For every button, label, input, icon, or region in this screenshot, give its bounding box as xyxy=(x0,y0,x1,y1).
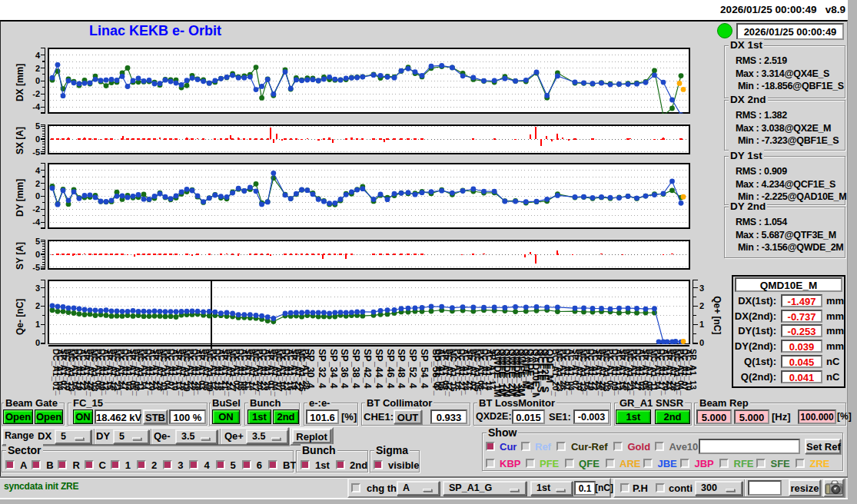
svg-text:0: 0 xyxy=(35,134,40,144)
svg-text:DX [mm]: DX [mm] xyxy=(15,64,25,101)
svg-text:-2: -2 xyxy=(32,89,40,98)
svg-text:SP_46_4: SP_46_4 xyxy=(385,349,396,388)
svg-text:4: 4 xyxy=(35,166,41,175)
svg-text:-4: -4 xyxy=(32,217,41,227)
svg-text:5: 5 xyxy=(35,237,40,246)
svg-text:-5: -5 xyxy=(32,263,40,272)
svg-text:SX [A]: SX [A] xyxy=(15,127,25,154)
svg-text:SP_30_4: SP_30_4 xyxy=(305,349,316,388)
svg-text:DY [mm]: DY [mm] xyxy=(15,179,25,217)
svg-text:5: 5 xyxy=(35,121,40,131)
svg-text:SP_42_4: SP_42_4 xyxy=(362,349,373,388)
svg-text:0: 0 xyxy=(35,76,40,85)
svg-text:3: 3 xyxy=(35,284,40,293)
svg-text:SP_48_4: SP_48_4 xyxy=(396,349,407,388)
svg-text:0: 0 xyxy=(35,191,40,201)
svg-text:2: 2 xyxy=(35,301,40,310)
svg-text:SP_54_4: SP_54_4 xyxy=(419,349,430,388)
svg-text:-2: -2 xyxy=(32,204,40,214)
svg-text:-4: -4 xyxy=(32,102,41,111)
svg-text:1: 1 xyxy=(699,320,704,329)
svg-text:4: 4 xyxy=(35,51,41,60)
svg-text:2: 2 xyxy=(699,301,704,310)
svg-text:2: 2 xyxy=(35,179,40,188)
svg-text:0: 0 xyxy=(699,338,704,347)
svg-text:Qe+ [nC]: Qe+ [nC] xyxy=(712,296,722,334)
svg-text:SP_A1_13: SP_A1_13 xyxy=(689,349,698,390)
svg-text:SY [A]: SY [A] xyxy=(15,242,25,270)
svg-text:3: 3 xyxy=(699,284,704,293)
svg-text:0: 0 xyxy=(35,250,40,259)
svg-text:SP_34_4: SP_34_4 xyxy=(328,349,339,388)
svg-text:-5: -5 xyxy=(32,148,40,157)
svg-text:SP_32_4: SP_32_4 xyxy=(317,349,327,388)
svg-text:1: 1 xyxy=(35,320,40,329)
svg-text:Qe- [nC]: Qe- [nC] xyxy=(15,299,25,335)
svg-text:SP_52_4: SP_52_4 xyxy=(407,349,418,388)
svg-text:0: 0 xyxy=(35,338,40,347)
svg-text:SP_44_4: SP_44_4 xyxy=(374,349,384,388)
svg-text:SP_36_4: SP_36_4 xyxy=(339,349,350,388)
svg-text:2: 2 xyxy=(35,64,40,73)
svg-text:SP_38_4: SP_38_4 xyxy=(350,349,361,388)
